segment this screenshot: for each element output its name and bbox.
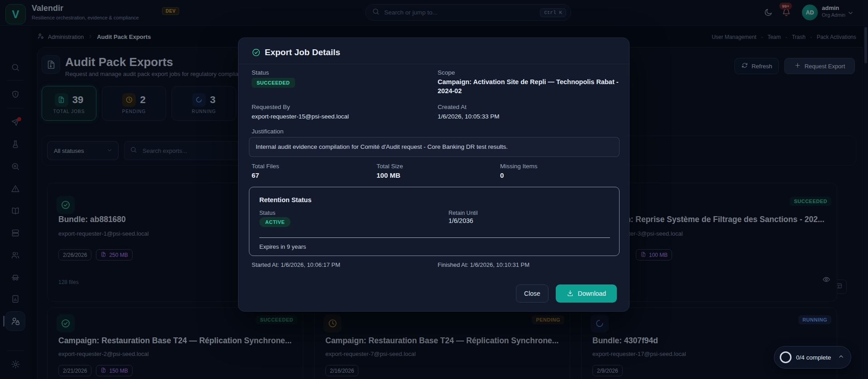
retain-until-label: Retain Until bbox=[448, 210, 478, 216]
retention-status-label: Status bbox=[259, 210, 275, 216]
requested-by-value: export-requester-15@psi-seed.local bbox=[252, 113, 349, 120]
retention-title: Retention Status bbox=[259, 196, 311, 204]
scope-value: Campaign: Activation Site de Repli — Tec… bbox=[438, 77, 632, 95]
download-label: Download bbox=[578, 290, 606, 297]
total-size-label: Total Size bbox=[377, 163, 403, 170]
close-label: Close bbox=[524, 290, 540, 297]
progress-ring bbox=[780, 351, 792, 363]
finished-at-text: Finished At: 1/6/2026, 10:10:31 PM bbox=[438, 261, 529, 268]
created-at-label: Created At bbox=[438, 104, 467, 110]
justification-box: Internal audit evidence compilation for … bbox=[249, 137, 620, 157]
requested-by-label: Requested By bbox=[252, 104, 290, 110]
retain-until-value: 1/6/2036 bbox=[448, 217, 473, 224]
download-button[interactable]: Download bbox=[556, 284, 617, 303]
total-files-value: 67 bbox=[252, 171, 259, 179]
status-label: Status bbox=[252, 69, 269, 76]
missing-items-label: Missing Items bbox=[500, 163, 538, 170]
scope-label: Scope bbox=[438, 69, 455, 76]
close-button[interactable]: Close bbox=[516, 284, 548, 303]
total-files-label: Total Files bbox=[252, 163, 279, 170]
justification-text: Internal audit evidence compilation for … bbox=[256, 143, 508, 150]
divider bbox=[238, 64, 630, 64]
screen: V Valendir Resilience orchestration, evi… bbox=[0, 0, 868, 379]
retention-status-box: Retention Status Status ACTIVE Retain Un… bbox=[249, 187, 620, 256]
modal-title: Export Job Details bbox=[265, 47, 340, 57]
chevron-up-icon[interactable] bbox=[838, 353, 844, 362]
justification-label: Justification bbox=[252, 128, 284, 135]
retention-status-badge: ACTIVE bbox=[259, 217, 291, 227]
export-job-details-modal: Export Job Details Status SUCCEEDED Scop… bbox=[238, 38, 630, 312]
progress-text: 0/4 complete bbox=[796, 354, 833, 361]
created-at-value: 1/6/2026, 10:05:33 PM bbox=[438, 113, 500, 120]
started-at-text: Started At: 1/6/2026, 10:06:17 PM bbox=[252, 261, 340, 268]
bulk-progress-pill[interactable]: 0/4 complete bbox=[774, 346, 851, 369]
status-badge: SUCCEEDED bbox=[252, 78, 295, 88]
check-circle-icon bbox=[252, 48, 261, 59]
missing-items-value: 0 bbox=[500, 171, 504, 179]
download-icon bbox=[567, 289, 574, 298]
total-size-value: 100 MB bbox=[377, 171, 401, 179]
retention-expires-text: Expires in 9 years bbox=[259, 243, 306, 250]
divider bbox=[259, 237, 610, 238]
